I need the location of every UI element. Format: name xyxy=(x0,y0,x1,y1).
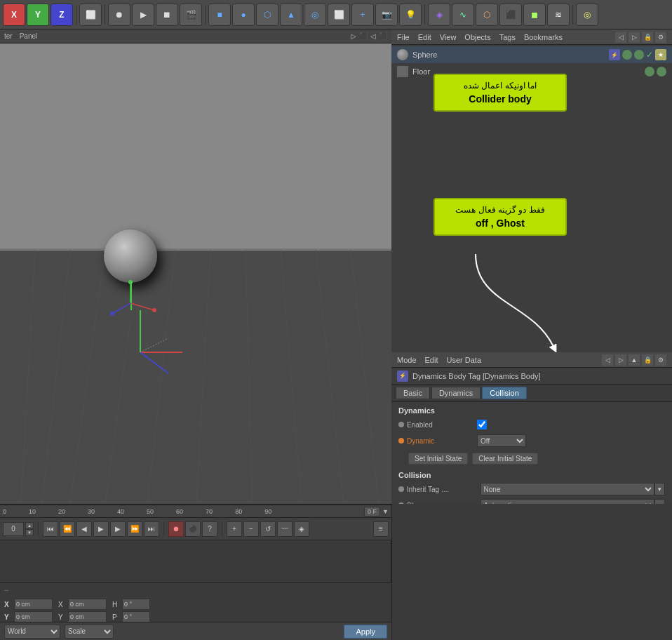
file-menu[interactable]: File xyxy=(397,33,410,41)
dynamics-section-header: Dynamics xyxy=(398,406,665,415)
stop-button[interactable]: ⏹ xyxy=(156,4,178,26)
bookmarks-menu[interactable]: Bookmarks xyxy=(524,33,563,41)
ruler-20: 20 xyxy=(58,508,65,515)
props-up[interactable]: ▲ xyxy=(629,354,640,366)
sphere-render-visible[interactable] xyxy=(634,50,644,60)
pos-x-input[interactable] xyxy=(14,599,53,610)
y-coord-button[interactable]: Y xyxy=(27,4,49,26)
torus-button[interactable]: ◎ xyxy=(304,4,326,26)
next-frame-button[interactable]: ▶ xyxy=(110,521,126,537)
render-icon-button[interactable]: ◎ xyxy=(576,4,598,26)
props-nav-back[interactable]: ◁ xyxy=(602,354,613,366)
props-mode-menu[interactable]: Mode xyxy=(397,356,417,364)
null-button[interactable]: + xyxy=(351,4,374,26)
sphere-button[interactable]: ● xyxy=(232,4,255,26)
camera-button[interactable]: 📷 xyxy=(375,4,398,26)
dynamics-tag-icon[interactable]: ⚡ xyxy=(609,49,620,60)
cone-button[interactable]: ▲ xyxy=(280,4,302,26)
nav-icon4[interactable]: ⬛ xyxy=(379,32,387,40)
edit-menu[interactable]: Edit xyxy=(418,33,431,41)
viewport[interactable] xyxy=(0,44,391,504)
timeline-mode-button[interactable]: ≡ xyxy=(373,521,389,537)
p-input[interactable] xyxy=(122,611,150,622)
h-input[interactable] xyxy=(122,599,150,610)
add-key-button[interactable]: + xyxy=(227,521,242,537)
panel-lock[interactable]: 🔒 xyxy=(642,32,653,43)
frame-field[interactable] xyxy=(3,522,24,536)
panel-nav-back[interactable]: ◁ xyxy=(615,32,626,43)
objects-menu[interactable]: Objects xyxy=(464,33,490,41)
model-mode-button[interactable]: ⬜ xyxy=(79,4,102,26)
sphere-tag[interactable]: ★ xyxy=(655,49,666,60)
sync-button[interactable]: ↺ xyxy=(260,521,276,537)
view-menu[interactable]: View xyxy=(440,33,457,41)
record-button[interactable]: ⏺ xyxy=(108,4,130,26)
skip-to-start-button[interactable]: ⏮ xyxy=(43,521,58,537)
prev-key-button[interactable]: ⏪ xyxy=(60,521,75,537)
cylinder-button[interactable]: ⬡ xyxy=(256,4,278,26)
tab-basic[interactable]: Basic xyxy=(396,387,430,399)
props-lock[interactable]: 🔒 xyxy=(642,354,653,366)
initial-state-row: Set Initial State Clear Initial State xyxy=(398,450,665,467)
spline-button[interactable]: ∿ xyxy=(452,4,474,26)
scale-select[interactable]: Scale xyxy=(65,625,114,639)
sculpt-button[interactable]: ⬛ xyxy=(499,4,522,26)
mograph-button[interactable]: ◼ xyxy=(523,4,546,26)
apply-button[interactable]: Apply xyxy=(344,625,387,639)
props-settings[interactable]: ⚙ xyxy=(655,354,666,366)
inherit-tag-select[interactable]: None xyxy=(481,483,654,495)
floor-render-visible[interactable] xyxy=(657,67,666,76)
light-button[interactable]: 💡 xyxy=(399,4,422,26)
clear-initial-state-button[interactable]: Clear Initial State xyxy=(472,453,538,465)
sphere-list-item[interactable]: Sphere ⚡ ✓ ★ xyxy=(391,46,672,63)
skip-to-end-button[interactable]: ⏭ xyxy=(144,521,159,537)
rot-x-input[interactable] xyxy=(68,599,107,610)
play-button[interactable]: ▶ xyxy=(132,4,154,26)
deform-button[interactable]: ◈ xyxy=(428,4,450,26)
ruler-0: 0 xyxy=(3,508,6,515)
pos-y-input[interactable] xyxy=(14,611,53,622)
dynamic-select[interactable]: Off On Ghost xyxy=(477,434,526,447)
plane-button[interactable]: ⬜ xyxy=(328,4,350,26)
rot-y-input[interactable] xyxy=(68,611,107,622)
frame-indicator: 0 F xyxy=(364,507,380,516)
anim-btn[interactable]: 🎬 xyxy=(180,4,202,26)
motion-path-button[interactable]: 〰 xyxy=(277,521,293,537)
z-coord-button[interactable]: Z xyxy=(51,4,73,26)
tags-menu[interactable]: Tags xyxy=(499,33,516,41)
props-userdata-menu[interactable]: User Data xyxy=(447,356,482,364)
props-edit-menu[interactable]: Edit xyxy=(425,356,438,364)
nav-icon3[interactable]: ◁ xyxy=(370,32,376,40)
panel-settings[interactable]: ⚙ xyxy=(655,32,666,43)
show-keys-button[interactable]: ◈ xyxy=(294,521,309,537)
cube-button[interactable]: ■ xyxy=(208,4,231,26)
tooltip-collider-line2: Collider body xyxy=(442,93,558,105)
nav-icon1[interactable]: ▷ xyxy=(351,32,356,40)
tab-dynamics[interactable]: Dynamics xyxy=(431,387,481,399)
help-button-tl[interactable]: ? xyxy=(202,521,217,537)
prev-frame-button[interactable]: ◀ xyxy=(76,521,92,537)
props-nav-fwd[interactable]: ▷ xyxy=(615,354,626,366)
timeline-track-area[interactable] xyxy=(0,540,391,582)
timeline-scroll-down[interactable]: ▼ xyxy=(382,508,389,515)
nurbs-button[interactable]: ⬡ xyxy=(476,4,498,26)
inherit-tag-expand[interactable]: ▼ xyxy=(654,483,665,495)
delete-key-button[interactable]: − xyxy=(243,521,259,537)
x-coord-button[interactable]: X xyxy=(3,4,25,26)
hair-button[interactable]: ≋ xyxy=(547,4,570,26)
floor-editor-visible[interactable] xyxy=(645,67,654,76)
panel-nav-fwd[interactable]: ▷ xyxy=(629,32,640,43)
tab-collision[interactable]: Collision xyxy=(482,387,527,399)
frame-spinner-up[interactable]: ▲ ▼ xyxy=(25,522,34,536)
record-button-tl[interactable]: ⚫ xyxy=(185,521,201,537)
play-button[interactable]: ▶ xyxy=(93,521,109,537)
next-key-button[interactable]: ⏩ xyxy=(127,521,142,537)
nav-icon2[interactable]: ⬛ xyxy=(359,32,368,40)
world-select[interactable]: World Local Object xyxy=(4,625,60,639)
floor-list-label: Floor xyxy=(412,67,430,76)
set-initial-state-button[interactable]: Set Initial State xyxy=(408,453,468,465)
tooltip-ghost-line1: فقط دو گزینه فعال هست xyxy=(442,205,558,215)
auto-record-button[interactable]: ⏺ xyxy=(168,521,184,537)
enabled-checkbox[interactable] xyxy=(477,420,487,429)
sphere-editor-visible[interactable] xyxy=(622,50,632,60)
